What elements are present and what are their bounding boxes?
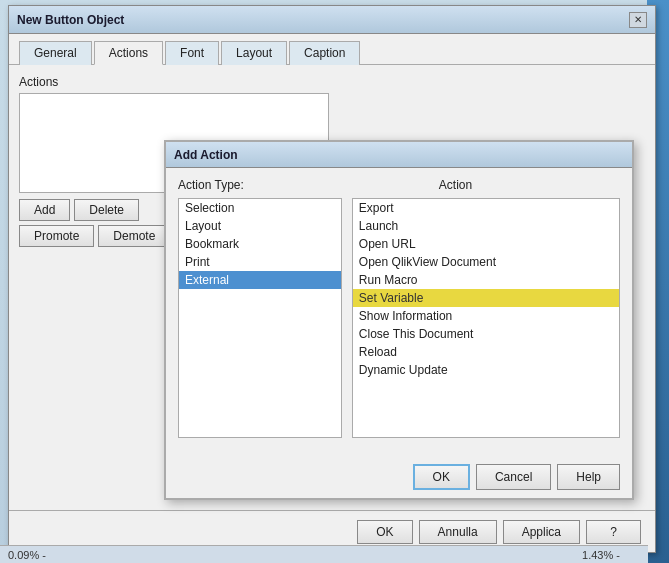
tab-caption[interactable]: Caption xyxy=(289,41,360,65)
action-type-layout[interactable]: Layout xyxy=(179,217,341,235)
action-open-url[interactable]: Open URL xyxy=(353,235,619,253)
close-button[interactable]: ✕ xyxy=(629,12,647,28)
add-action-dialog: Add Action Action Type: Action Selection… xyxy=(164,140,634,500)
bottom-question-button[interactable]: ? xyxy=(586,520,641,544)
action-type-list[interactable]: Selection Layout Bookmark Print External xyxy=(178,198,342,438)
status-bar: 0.09% - 1.43% - xyxy=(0,545,648,563)
delete-button[interactable]: Delete xyxy=(74,199,139,221)
action-export[interactable]: Export xyxy=(353,199,619,217)
bottom-annulla-button[interactable]: Annulla xyxy=(419,520,497,544)
tab-layout[interactable]: Layout xyxy=(221,41,287,65)
bottom-ok-button[interactable]: OK xyxy=(357,520,412,544)
action-launch[interactable]: Launch xyxy=(353,217,619,235)
add-button[interactable]: Add xyxy=(19,199,70,221)
action-run-macro[interactable]: Run Macro xyxy=(353,271,619,289)
dialog-footer: OK Cancel Help xyxy=(166,458,632,496)
dialog-title-bar: Add Action xyxy=(166,142,632,168)
action-type-print[interactable]: Print xyxy=(179,253,341,271)
content-area: Actions Add Delete Promote Demote Add Ac… xyxy=(9,65,655,526)
tab-general[interactable]: General xyxy=(19,41,92,65)
action-open-qlikview[interactable]: Open QlikView Document xyxy=(353,253,619,271)
window-title: New Button Object xyxy=(17,13,124,27)
tab-bar: General Actions Font Layout Caption xyxy=(9,34,655,65)
demote-button[interactable]: Demote xyxy=(98,225,170,247)
action-close-document[interactable]: Close This Document xyxy=(353,325,619,343)
dialog-help-button[interactable]: Help xyxy=(557,464,620,490)
dialog-cancel-button[interactable]: Cancel xyxy=(476,464,551,490)
action-type-external[interactable]: External xyxy=(179,271,341,289)
tab-actions[interactable]: Actions xyxy=(94,41,163,65)
action-show-information[interactable]: Show Information xyxy=(353,307,619,325)
dialog-title: Add Action xyxy=(174,148,238,162)
title-bar: New Button Object ✕ xyxy=(9,6,655,34)
action-reload[interactable]: Reload xyxy=(353,343,619,361)
title-bar-controls: ✕ xyxy=(629,12,647,28)
action-set-variable[interactable]: Set Variable xyxy=(353,289,619,307)
actions-section-label: Actions xyxy=(19,75,645,89)
main-window: New Button Object ✕ General Actions Font… xyxy=(8,5,656,553)
col-label-type: Action Type: xyxy=(178,178,244,192)
bottom-applica-button[interactable]: Applica xyxy=(503,520,580,544)
dialog-body: Action Type: Action Selection Layout Boo… xyxy=(166,168,632,458)
promote-button[interactable]: Promote xyxy=(19,225,94,247)
lists-row: Selection Layout Bookmark Print External… xyxy=(178,198,620,438)
action-list[interactable]: Export Launch Open URL Open QlikView Doc… xyxy=(352,198,620,438)
col-label-action: Action xyxy=(439,178,472,192)
dialog-ok-button[interactable]: OK xyxy=(413,464,470,490)
status-right: 1.43% - xyxy=(582,549,640,561)
dialog-col-labels: Action Type: Action xyxy=(178,178,620,192)
action-type-bookmark[interactable]: Bookmark xyxy=(179,235,341,253)
action-type-selection[interactable]: Selection xyxy=(179,199,341,217)
action-dynamic-update[interactable]: Dynamic Update xyxy=(353,361,619,379)
status-left: 0.09% - xyxy=(8,549,66,561)
tab-font[interactable]: Font xyxy=(165,41,219,65)
